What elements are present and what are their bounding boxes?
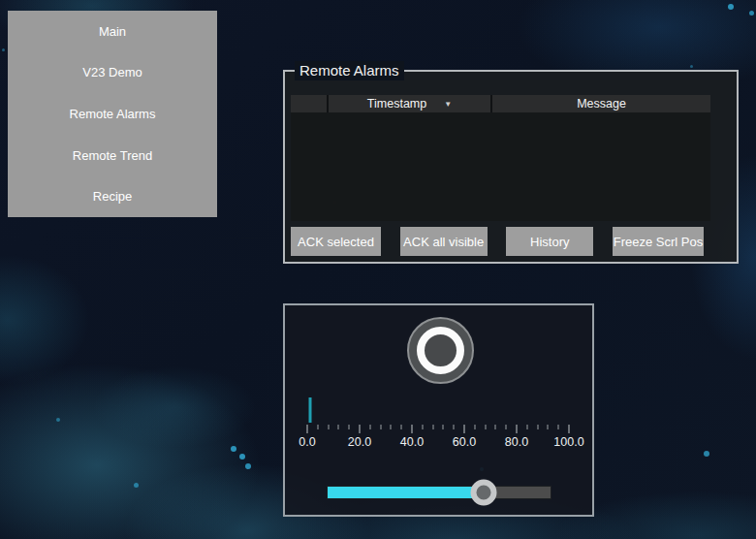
- gauge-minor-tick: [432, 425, 433, 429]
- gauge-minor-tick: [443, 425, 444, 429]
- particle-dot: [239, 454, 245, 460]
- particle-dot: [728, 4, 734, 10]
- gauge-tick-label: 100.0: [553, 435, 583, 449]
- freeze-scroll-pos-button[interactable]: Freeze Scrl Pos: [613, 227, 704, 256]
- alarm-table: Timestamp ▼ Message: [291, 95, 710, 221]
- gauge-minor-tick: [548, 425, 549, 429]
- gauge-major-tick: [412, 425, 413, 433]
- alarm-table-header: Timestamp ▼ Message: [291, 95, 710, 112]
- linear-gauge: 0.020.040.060.080.0100.0: [307, 397, 569, 451]
- gauge-minor-tick: [495, 425, 496, 429]
- gauge-minor-tick: [317, 425, 318, 429]
- particle-dot: [56, 418, 60, 422]
- slider-fill: [328, 487, 484, 498]
- gauge-ticks: [307, 425, 569, 434]
- groupbox-title: Remote Alarms: [295, 61, 404, 80]
- gauge-minor-tick: [537, 425, 538, 429]
- particle-dot: [231, 446, 236, 452]
- remote-alarms-groupbox: Remote Alarms Timestamp ▼ Message ACK se…: [283, 70, 739, 264]
- alarm-list-viewport[interactable]: [291, 112, 710, 221]
- sidebar-item-remote-alarms[interactable]: Remote Alarms: [8, 93, 217, 135]
- history-button[interactable]: History: [506, 227, 593, 256]
- sidebar-item-main[interactable]: Main: [8, 11, 217, 52]
- gauge-minor-tick: [380, 425, 381, 429]
- gauge-minor-tick: [454, 425, 455, 429]
- sidebar-item-remote-trend[interactable]: Remote Trend: [8, 135, 217, 176]
- alarm-button-row: ACK selected ACK all visible History Fre…: [291, 227, 704, 256]
- timestamp-header-label: Timestamp: [367, 97, 426, 111]
- knob-ring-indicator: [417, 327, 464, 374]
- gauge-minor-tick: [369, 425, 370, 429]
- gauge-minor-tick: [422, 425, 423, 429]
- gauge-major-tick: [464, 425, 465, 433]
- slider-handle[interactable]: [471, 480, 497, 506]
- gauge-tick-label: 20.0: [348, 435, 371, 449]
- control-panel: 0.020.040.060.080.0100.0: [283, 303, 594, 517]
- particle-dot: [704, 451, 709, 457]
- gauge-minor-tick: [474, 425, 475, 429]
- alarm-column-timestamp[interactable]: Timestamp ▼: [329, 95, 490, 112]
- nav-sidebar: Main V23 Demo Remote Alarms Remote Trend…: [8, 11, 217, 217]
- gauge-minor-tick: [506, 425, 507, 429]
- particle-dot: [749, 11, 754, 16]
- gauge-major-tick: [569, 425, 570, 433]
- gauge-tick-label: 40.0: [400, 435, 424, 449]
- sidebar-item-v23-demo[interactable]: V23 Demo: [8, 52, 217, 94]
- gauge-needle: [308, 397, 311, 423]
- gauge-major-tick: [517, 425, 518, 433]
- gauge-labels: 0.020.040.060.080.0100.0: [307, 435, 569, 449]
- gauge-minor-tick: [401, 425, 402, 429]
- gauge-tick-label: 0.0: [299, 435, 315, 449]
- sidebar-item-recipe[interactable]: Recipe: [8, 175, 217, 217]
- particle-dot: [134, 483, 139, 488]
- sort-desc-icon: ▼: [444, 100, 452, 109]
- rotary-knob[interactable]: [407, 317, 474, 384]
- hmi-screen: Main V23 Demo Remote Alarms Remote Trend…: [0, 0, 756, 539]
- gauge-minor-tick: [349, 425, 350, 429]
- alarm-column-message[interactable]: Message: [492, 95, 710, 112]
- gauge-tick-label: 60.0: [453, 435, 476, 449]
- gauge-minor-tick: [328, 425, 329, 429]
- gauge-minor-tick: [391, 425, 392, 429]
- gauge-minor-tick: [526, 425, 527, 429]
- alarm-column-state[interactable]: [291, 95, 327, 112]
- gauge-tick-label: 80.0: [505, 435, 528, 449]
- gauge-major-tick: [307, 425, 308, 433]
- particle-dot: [245, 463, 251, 469]
- value-slider[interactable]: [327, 486, 551, 499]
- gauge-minor-tick: [558, 425, 559, 429]
- gauge-minor-tick: [338, 425, 339, 429]
- ack-selected-button[interactable]: ACK selected: [291, 227, 381, 256]
- gauge-minor-tick: [485, 425, 486, 429]
- particle-dot: [690, 65, 693, 68]
- gauge-major-tick: [360, 425, 361, 433]
- ack-all-visible-button[interactable]: ACK all visible: [400, 227, 488, 256]
- particle-dot: [2, 48, 5, 51]
